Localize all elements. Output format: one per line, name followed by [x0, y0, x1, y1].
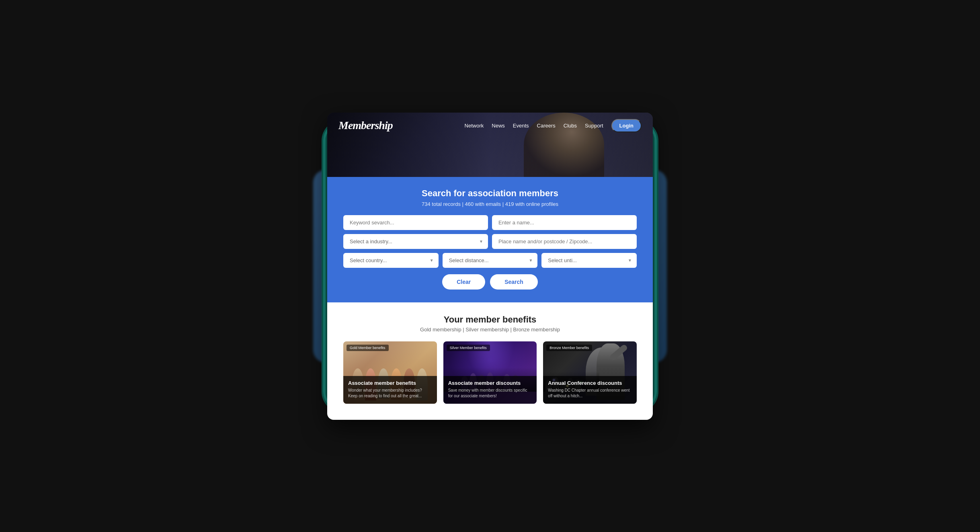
- card-bronze-title: Annual Conference discounts: [548, 380, 632, 386]
- country-select[interactable]: Select country...: [343, 253, 439, 268]
- card-bronze-content: Annual Conference discounts Washing DC C…: [543, 376, 637, 404]
- nav-link-support[interactable]: Support: [585, 123, 603, 129]
- card-silver-desc: Save money with member discounts specifi…: [448, 388, 532, 399]
- benefits-title: Your member benefits: [343, 314, 637, 325]
- card-bronze-image: Bronze Member benefits Annual Conference…: [543, 341, 637, 404]
- search-button[interactable]: Search: [490, 274, 538, 290]
- navigation: Membership Network News Events Careers C…: [327, 113, 653, 139]
- nav-link-news[interactable]: News: [492, 123, 505, 129]
- nav-link-events[interactable]: Events: [513, 123, 529, 129]
- card-silver-title: Associate member discounts: [448, 380, 532, 386]
- clear-button[interactable]: Clear: [442, 274, 485, 290]
- keyword-input[interactable]: [343, 215, 488, 230]
- site-logo: Membership: [338, 119, 465, 132]
- card-bronze-desc: Washing DC Chapter annual conference wen…: [548, 388, 632, 399]
- until-select[interactable]: Select unti...: [541, 253, 637, 268]
- cards-grid: Gold Member benefits Associate member be…: [343, 341, 637, 404]
- search-row-2: Select a industry...: [343, 234, 637, 249]
- search-buttons: Clear Search: [343, 274, 637, 290]
- search-subtitle: 734 total records | 460 with emails | 41…: [343, 201, 637, 207]
- card-gold-image: Gold Member benefits Associate member be…: [343, 341, 437, 404]
- industry-select-wrapper: Select a industry...: [343, 234, 488, 249]
- card-silver-content: Associate member discounts Save money wi…: [443, 376, 537, 404]
- card-gold[interactable]: Gold Member benefits Associate member be…: [343, 341, 437, 404]
- name-input[interactable]: [492, 215, 637, 230]
- card-silver-badge: Silver Member benefits: [447, 345, 490, 351]
- search-row-3: Select country... Select distance... Sel…: [343, 253, 637, 268]
- search-title: Search for association members: [343, 188, 637, 199]
- hero-section: Membership Network News Events Careers C…: [327, 113, 653, 177]
- search-row-1: [343, 215, 637, 230]
- nav-link-careers[interactable]: Careers: [537, 123, 556, 129]
- search-section: Search for association members 734 total…: [327, 177, 653, 302]
- until-select-wrapper: Select unti...: [541, 253, 637, 268]
- distance-select[interactable]: Select distance...: [443, 253, 538, 268]
- benefits-subtitle: Gold membership | Silver membership | Br…: [343, 327, 637, 333]
- card-silver[interactable]: Silver Member benefits Associate member …: [443, 341, 537, 404]
- industry-select[interactable]: Select a industry...: [343, 234, 488, 249]
- distance-select-wrapper: Select distance...: [443, 253, 538, 268]
- card-bronze-badge: Bronze Member benefits: [546, 345, 592, 351]
- card-gold-content: Associate member benefits Wonder what yo…: [343, 376, 437, 404]
- card-gold-badge: Gold Member benefits: [346, 345, 389, 351]
- browser-window: Membership Network News Events Careers C…: [327, 113, 653, 420]
- card-bronze[interactable]: Bronze Member benefits Annual Conference…: [543, 341, 637, 404]
- card-silver-image: Silver Member benefits Associate member …: [443, 341, 537, 404]
- login-button[interactable]: Login: [611, 119, 642, 132]
- outer-frame: Membership Network News Events Careers C…: [325, 113, 655, 420]
- nav-links: Network News Events Careers Clubs Suppor…: [465, 119, 642, 132]
- country-select-wrapper: Select country...: [343, 253, 439, 268]
- benefits-section: Your member benefits Gold membership | S…: [327, 302, 653, 420]
- nav-link-network[interactable]: Network: [465, 123, 484, 129]
- card-gold-desc: Wonder what your membership includes? Ke…: [348, 388, 432, 399]
- nav-link-clubs[interactable]: Clubs: [564, 123, 577, 129]
- card-gold-title: Associate member benefits: [348, 380, 432, 386]
- location-input[interactable]: [492, 234, 637, 249]
